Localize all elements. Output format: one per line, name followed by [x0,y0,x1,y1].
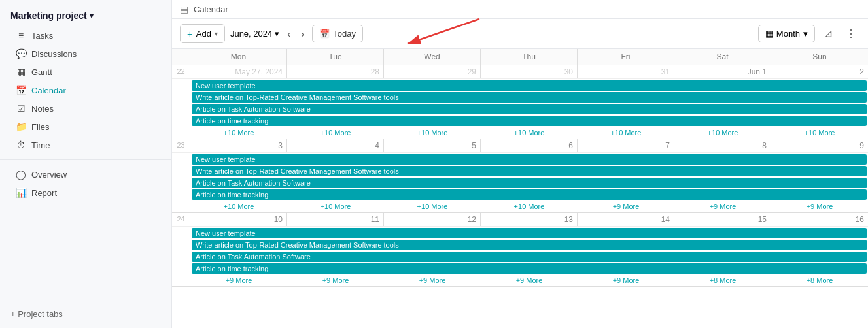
more-link-1-0[interactable]: +10 More [190,202,287,212]
event-row-0-3: Article on time tracking [172,115,868,127]
event-bar-0-0[interactable]: New user template [192,80,867,91]
more-link-0-1[interactable]: +10 More [287,128,384,139]
more-link-0-4[interactable]: +10 More [578,128,674,139]
main-content: ▤ Calendar + Add ▾ June, 2024 ▾ ‹ › 📅 To… [172,0,868,328]
more-link-1-4[interactable]: +9 More [578,202,674,212]
event-bar-0-2[interactable]: Article on Task Automation Software [192,104,867,114]
sidebar-item-calendar[interactable]: 📅 Calendar [0,81,171,99]
sidebar-label-calendar: Calendar [31,86,66,95]
more-link-1-5[interactable]: +9 More [674,202,771,212]
sidebar-item-notes[interactable]: ☑ Notes [0,99,171,118]
week-date-cell-1-0[interactable]: 3 [190,139,287,152]
more-link-2-6[interactable]: +8 More [771,276,868,286]
event-bar-0-3[interactable]: Article on time tracking [192,116,867,126]
week-date-cell-0-3[interactable]: 30 [481,65,578,78]
sidebar-item-report[interactable]: 📊 Report [0,184,171,202]
more-link-2-5[interactable]: +8 More [674,276,771,286]
add-project-tabs[interactable]: + Project tabs [0,305,171,323]
event-bar-0-1[interactable]: Write article on Top-Rated Creative Mana… [192,92,867,103]
sidebar-item-time[interactable]: ⏱ Time [0,136,171,154]
more-link-1-6[interactable]: +9 More [771,202,868,212]
week-date-cell-1-3[interactable]: 6 [481,139,578,152]
more-link-0-2[interactable]: +10 More [384,128,481,139]
more-spacer-2 [172,276,190,286]
week-num-1: 23 [172,139,190,152]
event-bar-2-1[interactable]: Write article on Top-Rated Creative Mana… [192,240,867,250]
week-date-cell-2-1[interactable]: 11 [287,213,384,226]
sidebar-item-overview[interactable]: ◯ Overview [0,165,171,184]
event-spacer-1-0 [172,154,190,165]
sidebar-item-tasks[interactable]: ≡ Tasks [0,26,171,44]
more-link-2-3[interactable]: +9 More [481,276,578,286]
week-date-cell-2-0[interactable]: 10 [190,213,287,226]
more-link-0-5[interactable]: +10 More [674,128,771,139]
week-num-spacer [172,49,190,65]
month-view-dropdown[interactable]: ▦ Month ▾ [758,25,815,42]
more-link-1-3[interactable]: +10 More [481,202,578,212]
filter-button[interactable]: ⊿ [820,25,837,42]
grid-icon: ▦ [765,29,773,39]
more-link-2-0[interactable]: +9 More [190,276,287,286]
event-bar-1-2[interactable]: Article on Task Automation Software [192,178,867,188]
week-date-cell-1-2[interactable]: 5 [384,139,481,152]
more-link-0-6[interactable]: +10 More [771,128,868,139]
week-date-cell-1-4[interactable]: 7 [578,139,674,152]
sidebar-item-files[interactable]: 📁 Files [0,118,171,136]
week-date-cell-2-3[interactable]: 13 [481,213,578,226]
week-date-cell-2-4[interactable]: 14 [578,213,674,226]
more-link-0-3[interactable]: +10 More [481,128,578,139]
sidebar-label-discussions: Discussions [31,49,77,59]
add-button[interactable]: + Add ▾ [180,24,225,43]
more-link-1-2[interactable]: +10 More [384,202,481,212]
today-button[interactable]: 📅 Today [312,25,363,42]
more-link-1-1[interactable]: +10 More [287,202,384,212]
event-row-1-3: Article on time tracking [172,189,868,201]
week-date-cell-1-5[interactable]: 8 [674,139,771,152]
more-options-button[interactable]: ⋮ [842,25,860,42]
event-bar-1-1[interactable]: Write article on Top-Rated Creative Mana… [192,166,867,176]
week-date-cell-0-2[interactable]: 29 [384,65,481,78]
event-bar-2-2[interactable]: Article on Task Automation Software [192,252,867,262]
col-header-tue: Tue [287,49,384,65]
calendar-weeks: 22May 27, 202428293031Jun 12New user tem… [172,65,868,287]
event-bar-1-3[interactable]: Article on time tracking [192,189,867,200]
more-spacer-1 [172,202,190,212]
week-date-cell-0-4[interactable]: 31 [578,65,674,78]
sidebar-item-gantt[interactable]: ▦ Gantt [0,63,171,81]
event-spacer-2-0 [172,227,190,239]
week-dates-row-0: 22May 27, 202428293031Jun 12 [172,65,868,79]
week-date-cell-2-5[interactable]: 15 [674,213,771,226]
toolbar: + Add ▾ June, 2024 ▾ ‹ › 📅 Today ▦ Month [172,19,868,49]
week-date-cell-0-1[interactable]: 28 [287,65,384,78]
week-date-cell-1-6[interactable]: 9 [771,139,868,152]
week-date-cell-0-0[interactable]: May 27, 2024 [190,65,287,78]
event-row-1-1: Write article on Top-Rated Creative Mana… [172,165,868,177]
more-link-2-1[interactable]: +9 More [287,276,384,286]
week-date-cell-2-6[interactable]: 16 [771,213,868,226]
more-link-2-4[interactable]: +9 More [578,276,674,286]
week-date-cell-0-6[interactable]: 2 [771,65,868,78]
sidebar-toggle-icon[interactable]: ▤ [180,4,188,14]
more-link-2-2[interactable]: +9 More [384,276,481,286]
calendar-day-headers: Mon Tue Wed Thu Fri Sat Sun [172,49,868,65]
next-month-button[interactable]: › [298,27,307,41]
week-date-cell-1-1[interactable]: 4 [287,139,384,152]
project-title[interactable]: Marketing project ▾ [0,5,171,26]
col-header-sat: Sat [674,49,771,65]
week-date-cell-0-5[interactable]: Jun 1 [674,65,771,78]
event-row-2-2: Article on Task Automation Software [172,251,868,263]
event-row-1-2: Article on Task Automation Software [172,177,868,189]
today-label: Today [333,29,356,39]
sidebar-item-discussions[interactable]: 💬 Discussions [0,44,171,63]
week-dates-row-1: 233456789 [172,139,868,153]
event-bar-1-0[interactable]: New user template [192,154,867,165]
gantt-icon: ▦ [16,67,26,77]
event-bar-2-0[interactable]: New user template [192,228,867,238]
week-date-cell-2-2[interactable]: 12 [384,213,481,226]
more-link-0-0[interactable]: +10 More [190,128,287,139]
add-label: Add [196,29,211,39]
prev-month-button[interactable]: ‹ [285,27,293,41]
event-bar-2-3[interactable]: Article on time tracking [192,263,867,274]
event-row-2-1: Write article on Top-Rated Creative Mana… [172,239,868,251]
calendar-icon: 📅 [319,29,330,39]
